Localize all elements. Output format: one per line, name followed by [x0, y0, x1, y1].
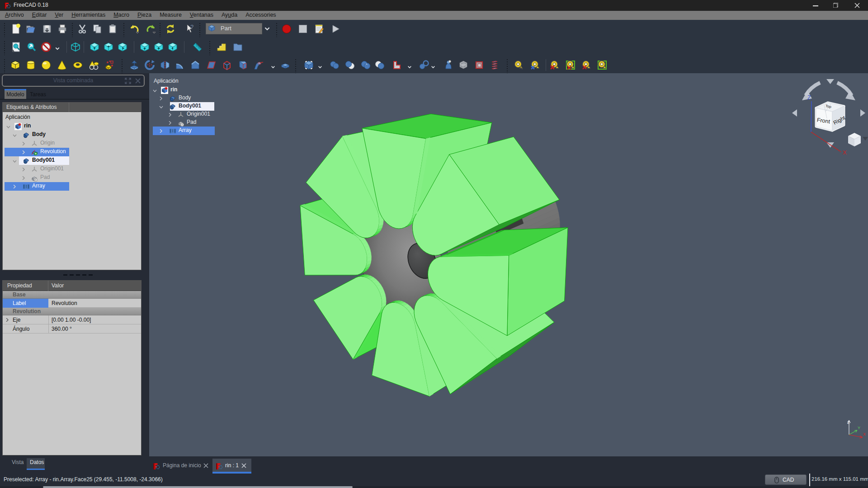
svg-text:?: ?	[190, 23, 193, 30]
svg-text:X: X	[863, 432, 866, 436]
svg-text:Z: Z	[807, 94, 811, 101]
svg-text:X: X	[843, 149, 847, 156]
svg-text:Z: Z	[847, 420, 850, 425]
svg-text:Y: Y	[858, 426, 860, 430]
